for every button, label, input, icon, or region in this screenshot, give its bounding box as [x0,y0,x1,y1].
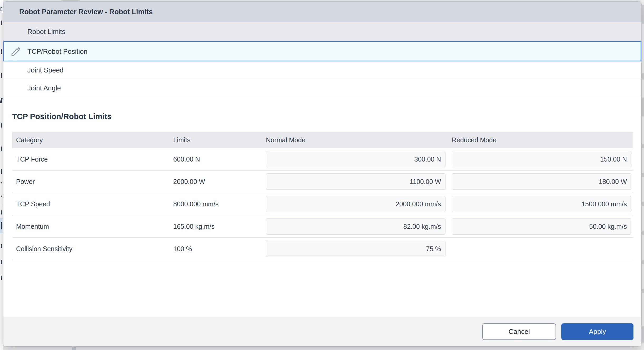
limit-cell: 2000.00 W [173,178,266,186]
nav-item-robot-limits[interactable]: Robot Limits [3,22,641,41]
background-fragment [642,231,644,235]
table-header-row: Category Limits Normal Mode Reduced Mode [12,132,633,148]
background-fragment [642,202,644,206]
category-cell: Collision Sensitivity [12,245,173,253]
background-fragment [72,347,76,350]
normal-mode-input[interactable] [266,241,445,257]
category-cell: TCP Force [12,155,173,163]
dialog-title: Robot Parameter Review - Robot Limits [19,8,153,16]
limit-cell: 600.00 N [173,155,266,163]
apply-button[interactable]: Apply [561,323,633,340]
background-fragment [0,98,3,103]
column-header-reduced-mode: Reduced Mode [452,136,633,144]
nav-item-joint-speed[interactable]: Joint Speed [3,61,641,79]
table-row-collision-sensitivity: Collision Sensitivity 100 % [12,238,633,260]
category-cell: Power [12,178,173,186]
background-fragment [1,7,2,11]
reduced-mode-input[interactable] [452,196,631,212]
category-cell: TCP Speed [12,200,173,208]
background-fragment [1,210,2,215]
reduced-mode-input[interactable] [452,218,631,235]
nav-item-label: TCP/Robot Position [27,47,87,56]
background-fragment [1,73,2,78]
background-fragment [642,326,644,343]
background-fragment [1,182,2,183]
limit-cell: 100 % [173,245,266,253]
background-fragment [642,98,644,116]
background-fragment [1,276,2,280]
background-fragment [642,73,644,80]
background-fragment [1,196,2,197]
cancel-button[interactable]: Cancel [482,323,556,340]
normal-mode-input[interactable] [266,218,445,235]
background-fragment [642,260,644,264]
table-row-power: Power 2000.00 W [12,171,633,193]
normal-mode-input[interactable] [266,151,445,167]
nav-item-joint-angle[interactable]: Joint Angle [3,79,641,97]
underlying-page-left-strip [0,0,3,350]
normal-mode-input[interactable] [266,196,445,212]
category-cell: Momentum [12,223,173,230]
underlying-page-right-strip [641,0,644,350]
section-heading: TCP Position/Robot Limits [12,112,633,121]
background-fragment [1,169,2,174]
background-fragment [1,147,2,151]
nav-item-tcp-robot-position[interactable]: TCP/Robot Position [3,41,641,61]
normal-mode-input[interactable] [266,173,445,190]
background-fragment [1,21,2,25]
background-fragment [642,144,644,148]
nav-item-label: Joint Angle [27,84,61,92]
background-fragment [1,244,2,248]
dialog-footer: Cancel Apply [3,317,641,346]
parameter-nav-list: Robot Limits TCP/Robot Position Joint Sp… [3,22,641,97]
nav-item-label: Robot Limits [27,28,66,36]
background-fragment [642,289,644,293]
limit-cell: 8000.000 mm/s [173,200,266,208]
reduced-mode-input[interactable] [452,173,631,190]
reduced-mode-input[interactable] [452,151,631,167]
background-highlight-band [0,218,3,233]
column-header-limits: Limits [173,136,266,144]
background-fragment [642,5,644,24]
background-fragment [642,173,644,177]
nav-item-label: Joint Speed [27,66,63,74]
background-fragment [1,222,2,229]
column-header-normal-mode: Normal Mode [266,136,452,144]
background-divider [0,205,3,205]
limit-cell: 165.00 kg.m/s [173,223,266,230]
background-fragment [1,260,2,264]
background-fragment [1,123,2,128]
pencil-icon [11,46,22,57]
dialog-titlebar: Robot Parameter Review - Robot Limits [3,2,641,22]
table-row-tcp-speed: TCP Speed 8000.000 mm/s [12,193,633,215]
column-header-category: Category [12,136,173,144]
dialog-content: TCP Position/Robot Limits Category Limit… [3,97,641,317]
table-row-momentum: Momentum 165.00 kg.m/s [12,215,633,238]
limits-table: Category Limits Normal Mode Reduced Mode… [12,132,633,260]
background-fragment [1,49,2,54]
table-row-tcp-force: TCP Force 600.00 N [12,148,633,171]
robot-parameter-dialog: Robot Parameter Review - Robot Limits Ro… [3,1,642,347]
